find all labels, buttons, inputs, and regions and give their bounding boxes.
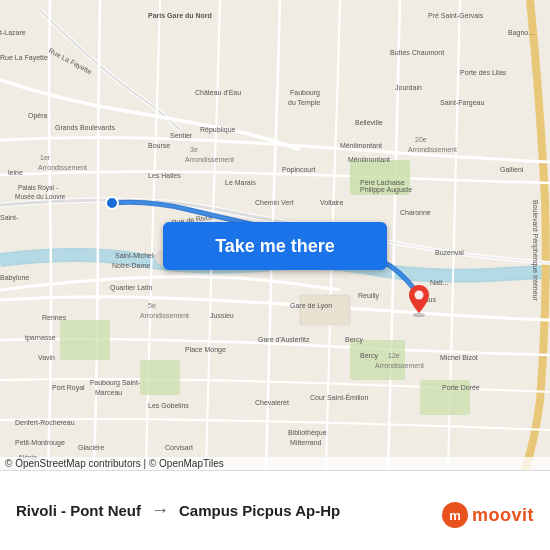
svg-text:Bibliothèque: Bibliothèque (288, 429, 327, 437)
svg-text:Arrondissement: Arrondissement (140, 312, 189, 319)
svg-text:Faubourg: Faubourg (290, 89, 320, 97)
svg-text:Bercy: Bercy (345, 336, 363, 344)
svg-text:Denfert-Rochereau: Denfert-Rochereau (15, 419, 75, 426)
svg-point-86 (413, 313, 425, 318)
svg-text:Michel Bizot: Michel Bizot (440, 354, 478, 361)
svg-text:Saint-: Saint- (0, 214, 19, 221)
svg-text:Marceau: Marceau (95, 389, 122, 396)
svg-text:Bercy: Bercy (360, 352, 378, 360)
svg-text:Père Lachaise: Père Lachaise (360, 179, 405, 186)
svg-text:Ménilmontant: Ménilmontant (348, 156, 390, 163)
map-attribution: © OpenStreetMap contributors | © OpenMap… (0, 457, 550, 470)
svg-text:Port Royal: Port Royal (52, 384, 85, 392)
svg-text:5e: 5e (148, 302, 156, 309)
moovit-logo: m moovit (442, 502, 534, 528)
svg-text:Rennes: Rennes (42, 314, 67, 321)
svg-text:Saint-Michel: Saint-Michel (115, 252, 154, 259)
svg-text:Belleville: Belleville (355, 119, 383, 126)
moovit-text: moovit (472, 505, 534, 526)
svg-text:Paris Gare du Nord: Paris Gare du Nord (148, 12, 212, 19)
svg-text:Bagno...: Bagno... (508, 29, 534, 37)
svg-text:Faubourg Saint-: Faubourg Saint- (90, 379, 141, 387)
destination-marker (408, 285, 430, 321)
svg-text:Quartier Latin: Quartier Latin (110, 284, 153, 292)
svg-text:Rue La Fayette: Rue La Fayette (0, 54, 48, 62)
route-to: Campus Picpus Ap-Hp (179, 502, 340, 519)
svg-text:Place Monge: Place Monge (185, 346, 226, 354)
svg-text:République: République (200, 126, 236, 134)
svg-text:Palais Royal -: Palais Royal - (18, 184, 58, 192)
svg-point-87 (415, 291, 424, 300)
svg-text:20e: 20e (415, 136, 427, 143)
svg-text:Pré Saint-Gervais: Pré Saint-Gervais (428, 12, 484, 19)
svg-text:Reuilly: Reuilly (358, 292, 380, 300)
svg-text:12e: 12e (388, 352, 400, 359)
svg-text:Glacière: Glacière (78, 444, 104, 451)
svg-text:Corvisart: Corvisart (165, 444, 193, 451)
svg-text:Musée du Louvre: Musée du Louvre (15, 193, 66, 200)
svg-text:Babylone: Babylone (0, 274, 29, 282)
svg-text:Le Marais: Le Marais (225, 179, 256, 186)
origin-marker (105, 196, 119, 210)
svg-text:Cour Saint-Émilion: Cour Saint-Émilion (310, 393, 368, 401)
svg-text:Gallieni: Gallieni (500, 166, 524, 173)
svg-text:Grands Boulevards: Grands Boulevards (55, 124, 115, 131)
svg-text:Bourse: Bourse (148, 142, 170, 149)
svg-text:du Temple: du Temple (288, 99, 320, 107)
svg-text:Opéra: Opéra (28, 112, 48, 120)
svg-text:Arrondissement: Arrondissement (408, 146, 457, 153)
svg-text:Philippe Auguste: Philippe Auguste (360, 186, 412, 194)
svg-text:Buttes Chaumont: Buttes Chaumont (390, 49, 444, 56)
svg-text:Sentier: Sentier (170, 132, 193, 139)
svg-text:Ménilmontant: Ménilmontant (340, 142, 382, 149)
route-arrow: → (151, 500, 169, 521)
svg-rect-3 (60, 320, 110, 360)
svg-text:Les Halles: Les Halles (148, 172, 181, 179)
svg-text:Boulevard Périphérique Intérie: Boulevard Périphérique Intérieur (531, 200, 539, 301)
svg-text:Porte Dorée: Porte Dorée (442, 384, 480, 391)
svg-text:Voltaire: Voltaire (320, 199, 343, 206)
route-from: Rivoli - Pont Neuf (16, 502, 141, 519)
svg-text:Jussieu: Jussieu (210, 312, 234, 319)
svg-text:m: m (449, 508, 461, 523)
svg-text:Chevaleret: Chevaleret (255, 399, 289, 406)
svg-text:Vavin: Vavin (38, 354, 55, 361)
svg-text:Jourdain: Jourdain (395, 84, 422, 91)
moovit-icon: m (442, 502, 468, 528)
svg-text:tparnasse: tparnasse (25, 334, 56, 342)
svg-text:Mitterrand: Mitterrand (290, 439, 322, 446)
svg-text:leine: leine (8, 169, 23, 176)
bottom-bar: Rivoli - Pont Neuf → Campus Picpus Ap-Hp… (0, 470, 550, 550)
svg-text:3e: 3e (190, 146, 198, 153)
svg-text:Gare de Lyon: Gare de Lyon (290, 302, 332, 310)
map-container: Paris Gare du Nord Buttes Chaumont Saint… (0, 0, 550, 470)
svg-rect-6 (140, 360, 180, 395)
svg-text:Château d'Eau: Château d'Eau (195, 89, 241, 96)
svg-text:Arrondissement: Arrondissement (38, 164, 87, 171)
svg-text:Chemin Vert: Chemin Vert (255, 199, 294, 206)
svg-text:Les Gobelins: Les Gobelins (148, 402, 189, 409)
svg-text:Petit-Montrouge: Petit-Montrouge (15, 439, 65, 447)
svg-rect-7 (300, 295, 350, 325)
svg-text:Arrondissement: Arrondissement (375, 362, 424, 369)
svg-text:Gare d'Austerlitz: Gare d'Austerlitz (258, 336, 310, 343)
svg-text:Arrondissement: Arrondissement (185, 156, 234, 163)
svg-text:1er: 1er (40, 154, 51, 161)
svg-text:Popincourt: Popincourt (282, 166, 316, 174)
svg-text:Porte des Lilas: Porte des Lilas (460, 69, 507, 76)
svg-text:Charonne: Charonne (400, 209, 431, 216)
svg-text:Saint-Fargeau: Saint-Fargeau (440, 99, 484, 107)
svg-text:Notre-Dame: Notre-Dame (112, 262, 150, 269)
take-me-there-label: Take me there (215, 236, 335, 257)
svg-rect-4 (350, 340, 405, 380)
svg-text:t-Lazare: t-Lazare (0, 29, 26, 36)
take-me-there-button[interactable]: Take me there (163, 222, 387, 270)
svg-text:Nati...: Nati... (430, 279, 448, 286)
svg-text:Buzenval: Buzenval (435, 249, 464, 256)
